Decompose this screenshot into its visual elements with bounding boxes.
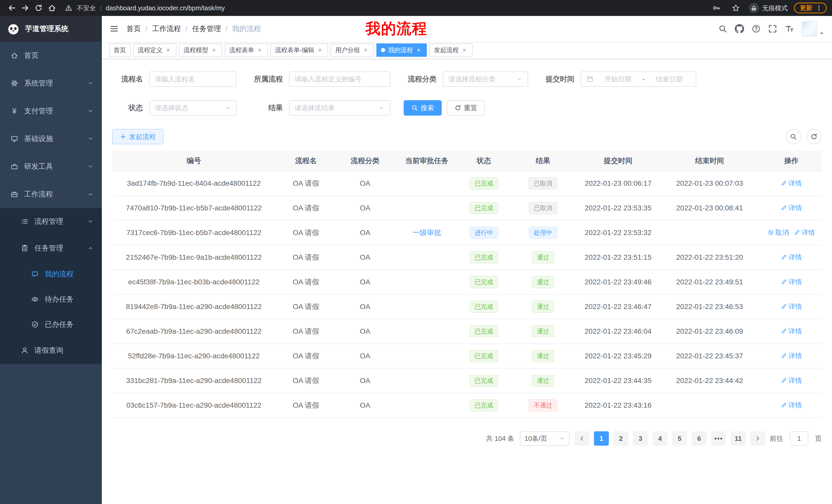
detail-link[interactable]: 详情	[781, 352, 802, 360]
pagination: 共 104 条 10条/页 1 2 3 4 5 6 ••• 11 前往 页	[112, 431, 822, 446]
tab-user-group[interactable]: 用户分组×	[331, 44, 374, 57]
github-icon[interactable]	[735, 24, 744, 33]
reset-button[interactable]: 重置	[447, 100, 485, 116]
start-process-button[interactable]: 发起流程	[112, 129, 163, 144]
cell-result: 通过	[508, 319, 578, 344]
page-size-select[interactable]: 10条/页	[520, 431, 570, 446]
chevron-down-icon	[87, 163, 94, 170]
browser-back-button[interactable]	[5, 1, 19, 15]
sidebar-toggle-button[interactable]	[102, 16, 127, 41]
detail-link[interactable]: 详情	[781, 203, 802, 213]
cell-process-id: 819442e8-7b9a-11ec-a290-acde48001122	[112, 295, 276, 319]
tab-close-icon[interactable]: ×	[362, 47, 369, 54]
more-pages-button[interactable]: •••	[711, 431, 726, 446]
sidebar-item-home[interactable]: 首页	[0, 41, 102, 69]
breadcrumb-home[interactable]: 首页	[127, 24, 141, 34]
sidebar-item-task-management[interactable]: 任务管理	[0, 235, 102, 261]
toggle-search-button[interactable]	[786, 129, 801, 144]
font-size-icon[interactable]	[785, 24, 794, 33]
tab-close-icon[interactable]: ×	[316, 47, 323, 54]
bookmark-star-icon[interactable]	[729, 1, 743, 15]
check-circle-icon	[31, 320, 39, 328]
cancel-link[interactable]: 取消	[768, 228, 789, 237]
sidebar-item-leave-query[interactable]: 请假查询	[0, 337, 102, 364]
fullscreen-icon[interactable]	[768, 24, 777, 33]
sidebar-item-done-tasks[interactable]: 已办任务	[0, 312, 102, 337]
detail-link[interactable]: 详情	[781, 277, 802, 286]
breadcrumb-workflow[interactable]: 工作流程	[152, 24, 181, 34]
sidebar-item-my-process[interactable]: 我的流程	[0, 261, 102, 287]
detail-link[interactable]: 详情	[781, 376, 802, 385]
page-button-2[interactable]: 2	[614, 431, 628, 446]
page-goto-input[interactable]	[790, 431, 808, 446]
table-row: 03c6c157-7b9a-11ec-a290-acde48001122 OA …	[112, 393, 822, 418]
status-select[interactable]: 请选择状态	[149, 100, 237, 116]
browser-menu-icon[interactable]	[815, 4, 823, 11]
cell-category: OA	[336, 220, 394, 245]
search-icon[interactable]	[718, 24, 727, 33]
browser-reload-button[interactable]	[32, 1, 45, 15]
browser-forward-button[interactable]	[19, 1, 32, 15]
sidebar-item-devtools[interactable]: 研发工具	[0, 152, 102, 180]
result-select[interactable]: 请选择流结果	[289, 100, 390, 116]
page-button-3[interactable]: 3	[633, 431, 648, 446]
page-button-6[interactable]: 6	[692, 431, 706, 446]
tab-my-process[interactable]: 我的流程×	[376, 44, 427, 57]
parent-process-input[interactable]	[289, 72, 390, 87]
sidebar-item-infrastructure[interactable]: 基础设施	[0, 125, 102, 152]
cell-process-name: OA 请假	[276, 220, 336, 245]
sidebar-item-todo-tasks[interactable]: 待办任务	[0, 287, 102, 312]
tab-close-icon[interactable]: ×	[256, 47, 263, 54]
filter-row-2: 状态 请选择状态 结果 请选择流结果 搜索 重置	[112, 100, 822, 116]
breadcrumb-task-management[interactable]: 任务管理	[192, 24, 221, 34]
tab-close-icon[interactable]: ×	[164, 47, 172, 54]
app-logo[interactable]: 芋道管理系统	[0, 16, 102, 41]
prev-page-button[interactable]	[574, 431, 589, 446]
detail-link[interactable]: 详情	[781, 327, 802, 336]
password-key-icon[interactable]	[710, 1, 723, 15]
page-button-1[interactable]: 1	[594, 431, 609, 446]
detail-link[interactable]: 详情	[781, 401, 802, 410]
detail-link[interactable]: 详情	[781, 302, 802, 311]
result-badge: 通过	[532, 301, 554, 313]
calendar-icon	[586, 76, 593, 83]
end-date-placeholder[interactable]: 结束日期	[648, 75, 691, 84]
current-task-link[interactable]: 一级审批	[412, 228, 441, 237]
tab-home[interactable]: 首页	[109, 44, 131, 57]
tab-process-form-edit[interactable]: 流程表单-编辑×	[270, 44, 328, 57]
tab-close-icon[interactable]: ×	[461, 47, 468, 54]
page-button-11[interactable]: 11	[731, 431, 746, 446]
refresh-table-button[interactable]	[806, 129, 822, 144]
workflow-submenu: 流程管理 任务管理 我的流程	[0, 208, 102, 364]
tab-start-process[interactable]: 发起流程×	[430, 44, 473, 57]
tab-process-model[interactable]: 流程模型×	[179, 44, 222, 57]
browser-update-button[interactable]: 更新	[794, 3, 827, 13]
detail-link[interactable]: 详情	[781, 253, 802, 262]
next-page-button[interactable]	[750, 431, 765, 446]
submit-time-range-picker[interactable]: 开始日期 - 结束日期	[580, 72, 696, 87]
detail-link[interactable]: 详情	[794, 228, 815, 237]
goto-unit: 页	[815, 434, 822, 443]
cell-status: 已完成	[460, 171, 508, 196]
help-icon[interactable]	[752, 24, 760, 33]
sidebar-item-system[interactable]: 系统管理	[0, 69, 102, 97]
sidebar-item-process-management[interactable]: 流程管理	[0, 208, 102, 235]
sidebar-item-payment[interactable]: 支付管理	[0, 97, 102, 125]
tab-process-form[interactable]: 流程表单×	[225, 44, 268, 57]
category-select[interactable]: 请选择流程分类	[443, 72, 528, 87]
user-menu[interactable]	[802, 21, 825, 36]
tab-close-icon[interactable]: ×	[210, 47, 217, 54]
search-button[interactable]: 搜索	[404, 100, 442, 116]
detail-link[interactable]: 详情	[781, 179, 802, 188]
page-button-5[interactable]: 5	[672, 431, 687, 446]
tab-process-definition[interactable]: 流程定义×	[133, 44, 176, 57]
browser-home-button[interactable]	[45, 1, 59, 15]
address-bar[interactable]: 不安全 | dashboard.yudao.iocoder.cn/bpm/tas…	[65, 4, 710, 12]
cell-process-id: ec45f38f-7b9a-11ec-b03b-acde48001122	[112, 270, 276, 295]
process-name-input[interactable]	[149, 72, 237, 87]
sidebar-item-workflow[interactable]: 工作流程	[0, 180, 102, 208]
page-button-4[interactable]: 4	[653, 431, 668, 446]
tab-close-icon[interactable]: ×	[415, 47, 422, 54]
avatar[interactable]	[802, 21, 817, 36]
start-date-placeholder[interactable]: 开始日期	[597, 75, 640, 84]
